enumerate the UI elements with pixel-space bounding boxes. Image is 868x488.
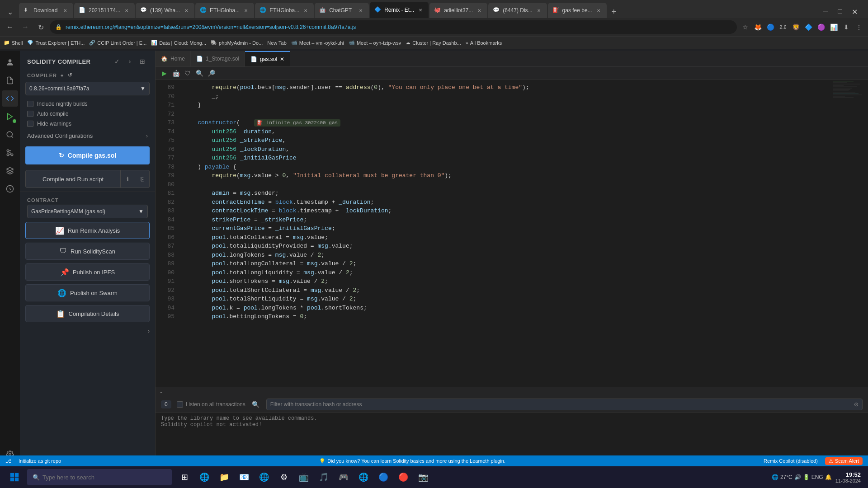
url-bar[interactable]: 🔒 remix.ethereum.org/#lang=en&optimize=f… xyxy=(50,20,737,34)
tab-close-4[interactable]: ✕ xyxy=(242,7,250,14)
back-button[interactable]: ← xyxy=(4,21,16,33)
browser-tab-remix[interactable]: 🔷 Remix - Et... ✕ xyxy=(370,2,429,18)
ext-3[interactable]: 🔷 xyxy=(803,22,814,33)
ext-download[interactable]: 2.6 xyxy=(778,22,788,33)
taskbar-app1[interactable]: ⚙ xyxy=(275,468,293,486)
taskbar-app7[interactable]: 🔴 xyxy=(394,468,412,486)
ext-6[interactable]: ⬇ xyxy=(841,22,852,33)
browser-tab-gas[interactable]: ⛽ gas fee be... ✕ xyxy=(548,3,607,18)
rail-files-icon[interactable] xyxy=(2,72,18,89)
shield-icon[interactable]: 🛡 xyxy=(183,68,193,78)
ext-bookmark-star[interactable]: ☆ xyxy=(740,22,750,33)
bookmark-newtab[interactable]: New Tab xyxy=(267,40,287,46)
window-close-btn[interactable]: ✕ xyxy=(848,5,861,18)
editor-tab-gas[interactable]: 📄 gas.sol ✕ xyxy=(245,51,290,66)
taskbar-volume-icon[interactable]: 🔊 xyxy=(794,474,801,480)
advanced-configurations[interactable]: Advanced Configurations › xyxy=(20,129,155,143)
run-btn[interactable]: ▶ xyxy=(159,68,169,78)
tx-search-icon[interactable]: 🔍 xyxy=(251,399,261,409)
bookmark-meet2[interactable]: 📹 Meet – oyh-tztp-wsv xyxy=(349,40,401,46)
rail-compiler-icon[interactable] xyxy=(2,90,18,107)
compile-button[interactable]: ↻ Compile gas.sol xyxy=(25,146,150,164)
tab-close-remix[interactable]: ✕ xyxy=(417,6,424,14)
taskbar-edge-icon[interactable]: 🌐 xyxy=(255,468,273,486)
compilation-details-button[interactable]: 📋 Compilation Details xyxy=(25,305,150,322)
tab-close-discord[interactable]: ✕ xyxy=(535,7,542,14)
browser-tab-discord[interactable]: 💬 (6447) Dis... ✕ xyxy=(488,3,547,18)
auto-compile-checkbox[interactable] xyxy=(27,111,33,117)
rail-git-icon[interactable] xyxy=(2,145,18,161)
editor-tab-home[interactable]: 🏠 Home xyxy=(156,51,191,66)
zoom-out-icon[interactable]: 🔍 xyxy=(194,68,204,78)
rail-search-icon[interactable] xyxy=(2,127,18,143)
window-minimize-btn[interactable]: ─ xyxy=(819,5,832,18)
browser-tab-chatgpt[interactable]: 🤖 ChatGPT ✕ xyxy=(315,3,369,18)
publish-swarm-button[interactable]: 🌐 Publish on Swarm xyxy=(25,284,150,301)
taskbar-explorer-icon[interactable]: 📁 xyxy=(215,468,233,486)
sidebar-expand-icon[interactable]: › xyxy=(124,56,135,67)
forward-button[interactable]: → xyxy=(19,21,32,33)
contract-select[interactable]: GasPriceBettingAMM (gas.sol) ▼ xyxy=(27,205,148,218)
bookmark-shell[interactable]: 📁 Shell xyxy=(4,40,23,46)
compile-run-copy-button[interactable]: ⎘ xyxy=(135,170,150,188)
sidebar-check-icon[interactable]: ✓ xyxy=(112,56,123,67)
taskbar-search-input[interactable] xyxy=(42,474,166,481)
browser-tab-3[interactable]: 💬 (139) Wha... ✕ xyxy=(136,3,194,18)
taskbar-mail-icon[interactable]: 📧 xyxy=(235,468,253,486)
windows-start-button[interactable] xyxy=(4,466,25,488)
taskbar-chrome-icon[interactable]: 🌐 xyxy=(195,468,213,486)
bookmark-php[interactable]: 🐘 phpMyAdmin - Do... xyxy=(211,40,263,46)
taskbar-app8[interactable]: 📷 xyxy=(414,468,432,486)
robot-icon[interactable]: 🤖 xyxy=(171,68,181,78)
reload-button[interactable]: ↻ xyxy=(34,21,47,33)
ext-more[interactable]: ⋮ xyxy=(854,22,864,33)
refresh-compiler-icon[interactable]: ↺ xyxy=(68,72,72,78)
ext-2[interactable]: 🦁 xyxy=(790,22,801,33)
tab-close-github[interactable]: ✕ xyxy=(476,7,483,14)
ext-5[interactable]: 📊 xyxy=(828,22,839,33)
run-remix-analysis-button[interactable]: 📈 Run Remix Analysis xyxy=(25,222,150,239)
ext-4[interactable]: 🟣 xyxy=(816,22,826,33)
hide-warnings-checkbox[interactable] xyxy=(27,121,33,127)
run-solidity-scan-button[interactable]: 🛡 Run SolidityScan xyxy=(25,243,150,260)
ext-metamask[interactable]: 🦊 xyxy=(752,22,763,33)
tab-close-download[interactable]: ✕ xyxy=(61,7,69,14)
tab-close-5[interactable]: ✕ xyxy=(302,7,309,14)
taskbar-network-icon[interactable]: 🌐 xyxy=(772,474,778,480)
tx-filter-input[interactable]: Filter with transaction hash or address … xyxy=(266,399,863,410)
bookmark-meet1[interactable]: 📹 Meet – vmi-oykd-uhi xyxy=(291,40,344,46)
rail-run-icon[interactable] xyxy=(2,108,18,125)
publish-ipfs-button[interactable]: 📌 Publish on IPFS xyxy=(25,263,150,281)
compile-run-info-button[interactable]: ℹ xyxy=(121,170,135,188)
tx-listen-checkbox[interactable] xyxy=(177,401,183,408)
taskbar-notification-icon[interactable]: 🔔 xyxy=(825,474,832,480)
compiler-version-select[interactable]: 0.8.26+commit.8a97fa7a ▼ xyxy=(25,82,150,95)
browser-tab-2[interactable]: 📄 202151174... ✕ xyxy=(74,3,135,18)
taskbar-app4[interactable]: 🎮 xyxy=(335,468,353,486)
scam-alert-badge[interactable]: ⚠ Scam Alert xyxy=(825,457,863,465)
taskbar-app2[interactable]: 📺 xyxy=(295,468,313,486)
sidebar-columns-icon[interactable]: ⊞ xyxy=(137,56,148,67)
ext-1[interactable]: 🔵 xyxy=(765,22,776,33)
rail-debug-icon[interactable] xyxy=(2,181,18,197)
rail-plugin-icon[interactable] xyxy=(2,163,18,179)
panel-collapse-btn[interactable]: ⌄ xyxy=(156,387,868,396)
tab-close-chatgpt[interactable]: ✕ xyxy=(357,7,364,14)
browser-tab-5[interactable]: 🌐 ETHGloba... ✕ xyxy=(255,3,314,18)
tab-gas-close[interactable]: ✕ xyxy=(280,56,284,62)
code-content[interactable]: require(pool.bets[msg.sender].user == ad… xyxy=(178,80,832,387)
bookmark-ccip[interactable]: 🔗 CCIP Limit Order | E... xyxy=(89,40,146,46)
rail-home-icon[interactable] xyxy=(2,54,18,70)
editor-tab-storage[interactable]: 📄 1_Storage.sol xyxy=(191,51,245,66)
tab-close-3[interactable]: ✕ xyxy=(183,7,190,14)
browser-tab-4[interactable]: 🌐 ETHGloba... ✕ xyxy=(195,3,254,18)
bookmark-trust[interactable]: 💎 Trust Explorer | ETH... xyxy=(27,40,85,46)
taskbar-app5[interactable]: 🌐 xyxy=(354,468,373,486)
taskbar-search-box[interactable]: 🔍 xyxy=(27,469,172,485)
bookmark-cluster[interactable]: ☁ Cluster | Ray Dashb... xyxy=(406,40,461,46)
new-tab-button[interactable]: + xyxy=(608,5,620,18)
taskbar-app6[interactable]: 🔵 xyxy=(374,468,392,486)
tab-close-2[interactable]: ✕ xyxy=(123,7,130,14)
tab-close-gas[interactable]: ✕ xyxy=(595,7,602,14)
bookmark-data[interactable]: 📊 Data | Cloud: Mong... xyxy=(151,40,206,46)
